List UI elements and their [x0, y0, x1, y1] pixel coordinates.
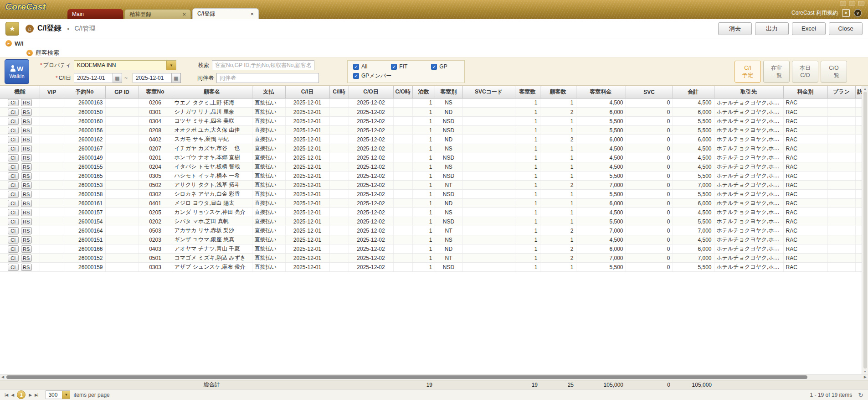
quick-view-today-co[interactable]: 本日C/O: [792, 61, 818, 83]
ci-button[interactable]: CI: [8, 255, 19, 262]
table-row[interactable]: CIRS260001570205カンダ リョウスケ,神田 亮介直接払い2025-…: [0, 208, 862, 217]
column-header-ci-date[interactable]: C/I日: [285, 86, 329, 98]
minimize-icon[interactable]: [840, 1, 846, 5]
rs-button[interactable]: RS: [21, 172, 32, 180]
table-row[interactable]: CIRS260001610401メジロ ヨウタ,目白 陽太直接払い2025-12…: [0, 199, 862, 208]
checkbox-icon[interactable]: ✓: [431, 64, 437, 70]
column-header-room-charge[interactable]: 客室料金: [576, 86, 626, 98]
ci-button[interactable]: CI: [8, 227, 19, 234]
column-header-function[interactable]: 機能: [0, 86, 40, 98]
table-row[interactable]: CIRS260001560208オオクボ ユカ,大久保 由佳直接払い2025-1…: [0, 126, 862, 135]
calendar-icon[interactable]: ▦: [113, 73, 122, 83]
scroll-up-icon[interactable]: ▲: [863, 87, 867, 90]
table-row[interactable]: CIRS260001580302シロカネ アヤカ,白金 彩香直接払い2025-1…: [0, 190, 862, 199]
vertical-scrollbar-thumb[interactable]: [863, 92, 867, 369]
rs-button[interactable]: RS: [21, 191, 32, 198]
vertical-scrollbar[interactable]: ▲ ▼: [862, 86, 868, 374]
ci-button[interactable]: CI: [8, 172, 19, 180]
rs-button[interactable]: RS: [21, 127, 32, 134]
quick-view-ci-planned[interactable]: C/I予定: [734, 61, 761, 83]
rs-button[interactable]: RS: [21, 109, 32, 116]
table-row[interactable]: CIRS260001590303アザブ シュンスケ,麻布 俊介直接払い2025-…: [0, 263, 862, 272]
ci-button[interactable]: CI: [8, 99, 19, 106]
rs-button[interactable]: RS: [21, 99, 32, 106]
last-page-button[interactable]: ▶|: [35, 393, 38, 397]
customer-search-section[interactable]: ▸ 顧客検索: [0, 48, 868, 57]
close-button[interactable]: Close: [829, 22, 863, 35]
column-header-client[interactable]: 取引先: [714, 86, 783, 98]
column-header-room-type[interactable]: 客室別: [435, 86, 462, 98]
ci-button[interactable]: CI: [8, 200, 19, 207]
ci-date-from-input[interactable]: [74, 73, 113, 83]
column-header-svc[interactable]: SVC: [626, 86, 673, 98]
ci-button[interactable]: CI: [8, 191, 19, 198]
column-header-guest-name[interactable]: 顧客名: [172, 86, 252, 98]
column-header-co-time[interactable]: C/O時: [393, 86, 412, 98]
calendar-icon[interactable]: ▦: [172, 73, 181, 83]
ci-button[interactable]: CI: [8, 218, 19, 225]
ci-button[interactable]: CI: [8, 236, 19, 244]
table-row[interactable]: CIRS260001620402スガモ サキ,巣鴨 早紀直接払い2025-12-…: [0, 135, 862, 144]
column-header-rate-type[interactable]: 料金別: [783, 86, 827, 98]
column-header-vip[interactable]: VIP: [40, 86, 64, 98]
column-header-rooms[interactable]: 客室数: [515, 86, 540, 98]
tab-close-icon[interactable]: ×: [182, 11, 186, 18]
rs-button[interactable]: RS: [21, 245, 32, 253]
rs-button[interactable]: RS: [21, 182, 32, 189]
version-badge-icon[interactable]: v: [854, 9, 862, 17]
ci-button[interactable]: CI: [8, 109, 19, 116]
tab-2[interactable]: 精算登録×: [124, 9, 191, 19]
scroll-left-icon[interactable]: ◀: [1, 375, 4, 379]
maximize-icon[interactable]: [849, 1, 855, 5]
filter-fit[interactable]: ✓FIT: [391, 63, 407, 70]
ci-button[interactable]: CI: [8, 118, 19, 125]
column-header-plan[interactable]: プラン: [827, 86, 855, 98]
rs-button[interactable]: RS: [21, 255, 32, 262]
table-row[interactable]: CIRS260001540202シバタ マホ,芝田 真帆直接払い2025-12-…: [0, 217, 862, 226]
column-header-total[interactable]: 合計: [673, 86, 714, 98]
rs-button[interactable]: RS: [21, 227, 32, 234]
rs-button[interactable]: RS: [21, 218, 32, 225]
table-row[interactable]: CIRS260001530502アサクサ タクト,浅草 拓斗直接払い2025-1…: [0, 181, 862, 190]
column-header-visit[interactable]: 訪問: [855, 86, 862, 98]
prev-page-button[interactable]: ◀: [11, 393, 14, 397]
filter-gp-member[interactable]: ✓GPメンバー: [353, 72, 391, 80]
clear-button[interactable]: 消去: [718, 22, 752, 35]
current-page-indicator[interactable]: 1: [17, 390, 26, 399]
companion-input[interactable]: [216, 73, 319, 83]
ci-button[interactable]: CI: [8, 264, 19, 271]
rs-button[interactable]: RS: [21, 236, 32, 244]
table-row[interactable]: CIRS260001550204イタバシ トモヤ,板橋 智哉直接払い2025-1…: [0, 162, 862, 171]
column-header-room-no[interactable]: 客室No: [139, 86, 172, 98]
column-header-guests[interactable]: 顧客数: [540, 86, 576, 98]
page-size-select[interactable]: 300 ▼: [46, 390, 70, 399]
output-button[interactable]: 出力: [755, 22, 789, 35]
chevron-down-icon[interactable]: ▼: [166, 61, 176, 70]
rs-button[interactable]: RS: [21, 209, 32, 216]
table-row[interactable]: CIRS260001650305ハシモト イッキ,橋本 一希直接払い2025-1…: [0, 171, 862, 181]
table-row[interactable]: CIRS260001660403アオヤマ チナツ,青山 千夏直接払い2025-1…: [0, 244, 862, 254]
table-row[interactable]: CIRS260001670207イチガヤ カズヤ,市谷 一也直接払い2025-1…: [0, 144, 862, 153]
ci-button[interactable]: CI: [8, 145, 19, 152]
ci-button[interactable]: CI: [8, 182, 19, 189]
rs-button[interactable]: RS: [21, 264, 32, 271]
next-page-button[interactable]: ▶: [29, 393, 31, 397]
ci-button[interactable]: CI: [8, 154, 19, 161]
rs-button[interactable]: RS: [21, 200, 32, 207]
column-header-co-date[interactable]: C/O日: [349, 86, 393, 98]
column-header-ci-time[interactable]: C/I時: [329, 86, 349, 98]
first-page-button[interactable]: |◀: [5, 393, 8, 397]
property-select[interactable]: KODEMMA INN ▼: [74, 60, 176, 70]
keyword-input[interactable]: [212, 60, 314, 70]
column-header-reservation-no[interactable]: 予約No: [64, 86, 105, 98]
horizontal-scrollbar-thumb[interactable]: [6, 375, 807, 379]
column-header-payment[interactable]: 支払: [252, 86, 285, 98]
table-row[interactable]: CIRS260001520501コマゴメ ミズキ,駒込 みずき直接払い2025-…: [0, 254, 862, 263]
rs-button[interactable]: RS: [21, 136, 32, 143]
tab-close-icon[interactable]: ×: [250, 10, 254, 17]
quick-view-co-list[interactable]: C/O一覧: [821, 61, 847, 83]
checkbox-icon[interactable]: ✓: [353, 64, 359, 70]
chevron-down-icon[interactable]: ▼: [62, 391, 70, 399]
column-header-svc-code[interactable]: SVCコード: [462, 86, 515, 98]
terms-link[interactable]: CoreCast 利用規約: [791, 9, 838, 17]
